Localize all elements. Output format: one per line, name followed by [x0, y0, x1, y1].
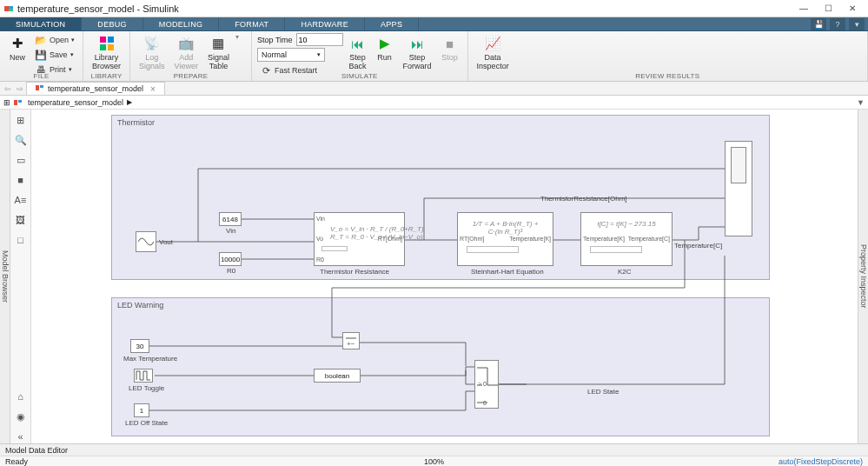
status-zoom: 100% — [424, 457, 444, 466]
status-ready: Ready — [5, 457, 28, 466]
tab-hardware[interactable]: HARDWARE — [285, 17, 365, 30]
save-button[interactable]: 💾Save▾ — [32, 48, 77, 62]
minimize-button[interactable]: — — [792, 1, 816, 17]
data-inspector-button[interactable]: 📈Data Inspector — [474, 33, 513, 72]
block-compare[interactable]: +− — [342, 332, 360, 350]
model-icon — [36, 83, 44, 94]
canvas-toolbar: ⊞ 🔍 ▭ ■ A≡ 🖼 □ ⌂ ◉ « — [10, 110, 31, 443]
stop-icon: ■ — [441, 35, 459, 52]
file-tab-bar: ⇦ ⇨ temperature_sensor_model × — [0, 82, 868, 96]
record-icon[interactable]: ◉ — [14, 409, 28, 423]
add-viewer-button[interactable]: 📺Add Viewer — [171, 33, 202, 72]
open-button[interactable]: 📂Open▾ — [32, 33, 77, 47]
restore-icon[interactable]: ⌂ — [14, 389, 28, 403]
zoom-icon[interactable]: 🔍 — [14, 133, 28, 147]
breadcrumb-bar: ⊞ temperature_sensor_model ▶ ▼ — [0, 96, 868, 110]
svg-rect-9 — [14, 100, 17, 105]
new-button[interactable]: ✚ New — [5, 33, 30, 63]
svg-rect-5 — [100, 44, 106, 50]
simulink-icon — [3, 3, 14, 14]
tab-apps[interactable]: APPS — [365, 17, 419, 30]
title-bar: temperature_sensor_model - Simulink — ☐ … — [0, 0, 868, 17]
ribbon-group-simulate: Stop Time Normal▾ ⟳Fast Restart ⏮Step Ba… — [252, 31, 468, 81]
ribbon-group-file: ✚ New 📂Open▾ 💾Save▾ 🖶Print▾ FILE — [0, 31, 83, 81]
breadcrumb[interactable]: temperature_sensor_model — [28, 98, 123, 107]
run-icon: ▶ — [376, 35, 394, 52]
window-title: temperature_sensor_model - Simulink — [17, 3, 179, 14]
svg-rect-0 — [4, 6, 9, 11]
tab-next-icon[interactable]: ⇨ — [14, 84, 26, 93]
tab-prev-icon[interactable]: ⇦ — [2, 84, 14, 93]
block-boolean-convert[interactable]: boolean — [314, 369, 361, 383]
block-scope[interactable] — [725, 141, 752, 236]
block-k2c[interactable]: Temperature[K] Temperature[C] t[C] = t[K… — [580, 212, 673, 266]
close-button[interactable]: ✕ — [840, 1, 865, 17]
block-vin-constant[interactable]: 6148 — [219, 212, 242, 226]
svg-rect-1 — [9, 6, 13, 9]
block-thermistor-resistance[interactable]: Vin Vo R0 RT[Ohm] V_o = V_in · R_T / (R_… — [314, 212, 405, 266]
svg-rect-2 — [9, 9, 13, 11]
ribbon-save-icon[interactable]: 💾 — [811, 18, 826, 30]
area-icon[interactable]: □ — [14, 233, 28, 247]
ribbon-collapse-icon[interactable]: ▾ — [849, 18, 865, 30]
svg-rect-10 — [18, 100, 22, 103]
svg-text:+−: +− — [347, 340, 355, 348]
block-led-toggle[interactable] — [134, 369, 153, 383]
svg-rect-6 — [108, 44, 114, 50]
file-tab[interactable]: temperature_sensor_model × — [26, 82, 165, 95]
block-r0-constant[interactable]: 10000 — [219, 252, 242, 266]
crumb-dropdown-icon[interactable]: ▼ — [857, 98, 865, 107]
run-button[interactable]: ▶Run — [373, 33, 397, 63]
stop-time-row: Stop Time — [257, 33, 343, 46]
stop-time-input[interactable] — [296, 33, 343, 46]
block-led-off-state[interactable]: 1 — [134, 403, 149, 417]
block-max-temperature[interactable]: 30 — [130, 339, 149, 353]
close-tab-icon[interactable]: × — [150, 84, 156, 94]
ribbon-group-prepare: 📡Log Signals 📺Add Viewer ▦Signal Table ▾… — [130, 31, 252, 81]
maximize-button[interactable]: ☐ — [816, 1, 840, 17]
tab-debug[interactable]: DEBUG — [82, 17, 143, 30]
step-fwd-icon: ⏭ — [408, 35, 426, 52]
step-back-button[interactable]: ⏮Step Back — [346, 33, 370, 72]
property-inspector-sidebar[interactable]: Property Inspector — [858, 110, 868, 443]
library-icon — [98, 35, 116, 52]
model-canvas[interactable]: Thermistor LED Warning — [31, 110, 858, 443]
signal-table-icon: ▦ — [209, 35, 227, 52]
zoom-fit-icon[interactable]: ⊞ — [14, 113, 28, 127]
step-forward-button[interactable]: ⏭Step Forward — [400, 33, 435, 72]
status-bar: Ready 100% auto(FixedStepDiscrete) — [0, 456, 868, 466]
tab-simulation[interactable]: SIMULATION — [0, 17, 82, 30]
annotate-icon[interactable]: ▭ — [14, 153, 28, 167]
tab-format[interactable]: FORMAT — [219, 17, 285, 30]
log-signals-icon: 📡 — [143, 35, 161, 52]
status-mode[interactable]: auto(FixedStepDiscrete) — [779, 457, 863, 466]
ribbon-tabs: SIMULATION DEBUG MODELING FORMAT HARDWAR… — [0, 17, 868, 31]
image-icon[interactable]: 🖼 — [14, 213, 28, 227]
ribbon-group-library: Library Browser LIBRARY — [83, 31, 130, 81]
stop-button[interactable]: ■Stop — [438, 33, 462, 63]
step-back-icon: ⏮ — [349, 35, 367, 52]
library-browser-button[interactable]: Library Browser — [89, 33, 124, 72]
signal-table-button[interactable]: ▦Signal Table — [204, 33, 233, 72]
block-source-signal[interactable] — [136, 231, 156, 252]
model-data-editor-bar[interactable]: Model Data Editor — [0, 443, 868, 456]
crumb-toggle-icon[interactable]: ⊞ — [3, 98, 10, 107]
area-led-warning[interactable]: LED Warning — [111, 297, 770, 436]
ribbon-help-icon[interactable]: ? — [830, 18, 845, 30]
add-viewer-icon: 📺 — [177, 35, 195, 52]
annotate-full-icon[interactable]: ■ — [14, 173, 28, 187]
save-icon: 💾 — [35, 49, 47, 61]
expand-icon[interactable]: « — [14, 429, 28, 443]
log-signals-button[interactable]: 📡Log Signals — [136, 33, 169, 72]
text-icon[interactable]: A≡ — [14, 193, 28, 207]
block-steinhart-hart[interactable]: RT[Ohm] Temperature[K] 1/T = A + B·ln(R_… — [457, 212, 553, 266]
svg-rect-3 — [100, 37, 106, 43]
model-browser-sidebar[interactable]: Model Browser — [0, 110, 10, 443]
mode-select[interactable]: Normal▾ — [257, 48, 325, 62]
tab-modeling[interactable]: MODELING — [143, 17, 219, 30]
ribbon-group-review: 📈Data Inspector REVIEW RESULTS — [468, 31, 868, 81]
new-icon: ✚ — [9, 35, 26, 52]
block-switch[interactable]: > 0 0 — [474, 360, 499, 409]
svg-rect-4 — [108, 37, 114, 43]
open-icon: 📂 — [35, 34, 47, 46]
